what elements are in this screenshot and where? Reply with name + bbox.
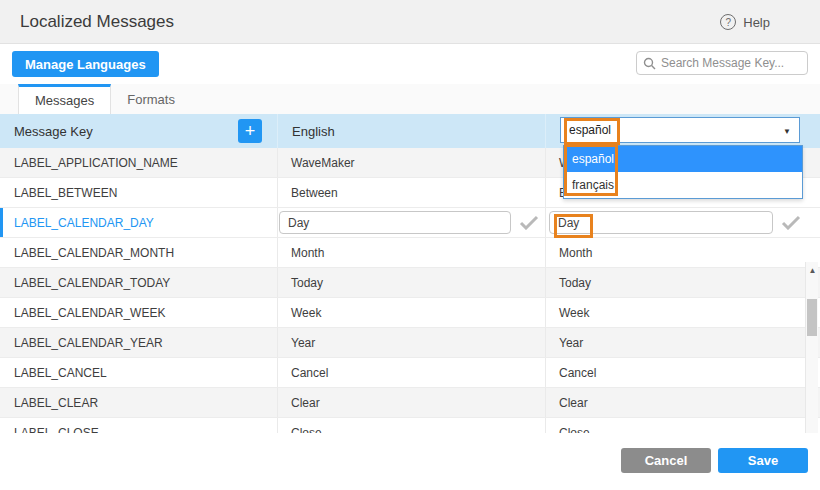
english-value-cell xyxy=(277,208,545,237)
english-value-cell: Between xyxy=(277,178,545,207)
toolbar: Manage Languages xyxy=(0,44,820,84)
message-key-cell: LABEL_CANCEL xyxy=(0,358,277,387)
localized-value-input[interactable] xyxy=(549,211,773,234)
localized-value-cell: Month xyxy=(545,238,820,267)
message-key-cell: LABEL_CLOSE xyxy=(0,418,277,433)
localized-value-cell: Week xyxy=(545,298,820,327)
message-key-cell: LABEL_CLEAR xyxy=(0,388,277,417)
help-icon: ? xyxy=(720,14,736,30)
add-message-key-button[interactable]: + xyxy=(238,119,262,143)
message-key-cell: LABEL_CALENDAR_MONTH xyxy=(0,238,277,267)
search-box[interactable] xyxy=(636,51,808,75)
confirm-check-icon[interactable] xyxy=(781,215,801,230)
message-key-cell: LABEL_CALENDAR_DAY xyxy=(0,208,277,237)
confirm-check-icon[interactable] xyxy=(519,215,539,230)
help-label: Help xyxy=(743,15,770,30)
message-key-cell: LABEL_CALENDAR_YEAR xyxy=(0,328,277,357)
language-select[interactable]: español ▼ xyxy=(560,117,800,143)
table-row[interactable]: LABEL_CALENDAR_MONTHMonthMonth xyxy=(0,238,820,268)
language-option[interactable]: français xyxy=(564,172,802,198)
table-row[interactable]: LABEL_CALENDAR_WEEKWeekWeek xyxy=(0,298,820,328)
localized-value-cell xyxy=(545,208,820,237)
language-option[interactable]: español xyxy=(564,146,802,172)
english-value-input[interactable] xyxy=(279,211,511,234)
message-key-cell: LABEL_BETWEEN xyxy=(0,178,277,207)
localized-value-cell: Today xyxy=(545,268,820,297)
english-value-cell: Cancel xyxy=(277,358,545,387)
message-key-cell: LABEL_APPLICATION_NAME xyxy=(0,148,277,177)
table-row[interactable]: LABEL_CALENDAR_YEARYearYear xyxy=(0,328,820,358)
scrollbar-thumb[interactable] xyxy=(807,299,817,336)
table-row[interactable]: LABEL_CLOSECloseClose xyxy=(0,418,820,433)
english-value-cell: Clear xyxy=(277,388,545,417)
table-row[interactable]: LABEL_CALENDAR_TODAYTodayToday xyxy=(0,268,820,298)
language-select-value: español xyxy=(569,123,611,137)
localized-value-cell: Clear xyxy=(545,388,820,417)
help-button[interactable]: ? Help xyxy=(720,0,770,44)
message-key-cell: LABEL_CALENDAR_WEEK xyxy=(0,298,277,327)
manage-languages-button[interactable]: Manage Languages xyxy=(12,51,159,77)
table-row[interactable]: LABEL_CLEARClearClear xyxy=(0,388,820,418)
tab-formats[interactable]: Formats xyxy=(111,84,191,114)
language-dropdown: españolfrançais xyxy=(563,145,803,199)
column-header-message-key: Message Key xyxy=(0,114,277,148)
localized-value-cell: Year xyxy=(545,328,820,357)
save-button[interactable]: Save xyxy=(718,448,808,473)
table-row[interactable]: LABEL_CALENDAR_DAY xyxy=(0,208,820,238)
scroll-up-icon[interactable]: ▲ xyxy=(806,264,819,276)
english-value-cell: Week xyxy=(277,298,545,327)
english-value-cell: Close xyxy=(277,418,545,433)
localized-value-cell: Cancel xyxy=(545,358,820,387)
page-title: Localized Messages xyxy=(20,12,174,32)
vertical-scrollbar[interactable]: ▲ ▼ xyxy=(805,262,818,433)
dialog-header: Localized Messages ? Help xyxy=(0,0,820,44)
localized-value-cell: Close xyxy=(545,418,820,433)
message-key-cell: LABEL_CALENDAR_TODAY xyxy=(0,268,277,297)
cancel-button[interactable]: Cancel xyxy=(621,448,711,473)
tab-messages[interactable]: Messages xyxy=(18,84,111,114)
search-icon xyxy=(643,57,656,70)
search-input[interactable] xyxy=(661,56,801,70)
tab-bar: Messages Formats xyxy=(0,84,820,114)
column-header-english: English xyxy=(277,114,545,148)
chevron-down-icon: ▼ xyxy=(783,127,791,136)
english-value-cell: Today xyxy=(277,268,545,297)
table-row[interactable]: LABEL_CANCELCancelCancel xyxy=(0,358,820,388)
english-value-cell: Month xyxy=(277,238,545,267)
english-value-cell: WaveMaker xyxy=(277,148,545,177)
english-value-cell: Year xyxy=(277,328,545,357)
